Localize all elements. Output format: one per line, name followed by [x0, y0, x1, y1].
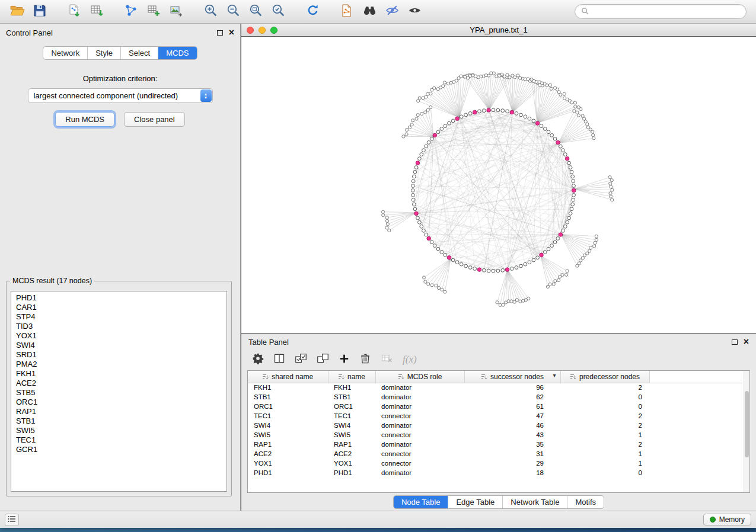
table-row[interactable]: ORC1ORC1dominator610: [248, 402, 742, 411]
result-item[interactable]: GCR1: [11, 445, 227, 454]
delete-column-button[interactable]: [359, 352, 371, 367]
open-folder-icon: [9, 3, 25, 21]
result-item[interactable]: SRD1: [11, 350, 227, 360]
zoom-fit-button[interactable]: [244, 2, 267, 21]
new-table-button[interactable]: [142, 2, 165, 21]
close-panel-button[interactable]: Close panel: [124, 112, 185, 127]
gear-icon: [252, 356, 264, 366]
import-table-disabled-button: [381, 352, 393, 367]
show-panel-list-button[interactable]: [5, 514, 19, 526]
column-menu-icon[interactable]: ▾: [553, 372, 556, 379]
table-row[interactable]: SWI5SWI5connector431: [248, 430, 742, 440]
select-all-icon: [295, 357, 307, 367]
memory-status-icon: [710, 517, 716, 523]
tab-style[interactable]: Style: [87, 47, 120, 59]
zoom-in-button[interactable]: [199, 2, 222, 21]
new-table-icon: [146, 4, 161, 20]
float-panel-icon[interactable]: [217, 30, 223, 36]
tab-mcds[interactable]: MCDS: [158, 47, 196, 59]
table-scrollbar-thumb[interactable]: [745, 391, 749, 457]
import-network-file-icon: [67, 4, 81, 20]
table-panel-title: Table Panel: [248, 338, 289, 347]
window-maximize-button[interactable]: [270, 27, 277, 34]
search-input[interactable]: [592, 8, 740, 16]
binoculars-search-button[interactable]: [358, 2, 381, 21]
control-panel-titlebar: Control Panel ×: [0, 26, 240, 39]
table-header-cell[interactable]: predecessor nodes: [560, 371, 649, 383]
zoom-out-button[interactable]: [222, 2, 244, 21]
tab-network[interactable]: Network: [43, 47, 87, 59]
result-item[interactable]: CAR1: [11, 303, 227, 312]
table-row[interactable]: RAP1RAP1dominator352: [248, 440, 742, 449]
table-row[interactable]: ACE2ACE2connector311: [248, 449, 742, 459]
close-table-panel-icon[interactable]: ×: [744, 337, 749, 347]
share-document-button[interactable]: [336, 2, 358, 21]
add-column-button[interactable]: [339, 353, 350, 367]
result-item[interactable]: TEC1: [11, 435, 227, 445]
result-item[interactable]: ORC1: [11, 398, 227, 407]
optimization-criterion-label: Optimization criterion:: [0, 74, 240, 83]
export-image-button[interactable]: [165, 2, 187, 21]
binoculars-icon: [362, 3, 377, 20]
network-canvas[interactable]: [241, 37, 756, 334]
result-item[interactable]: RAP1: [11, 407, 227, 416]
right-pane: YPA_prune.txt_1 Table Panel ×: [241, 24, 756, 511]
hide-graphics-details-button[interactable]: [381, 2, 403, 21]
table-row[interactable]: TEC1TEC1connector472: [248, 411, 742, 421]
settings-gear-button[interactable]: [252, 352, 264, 367]
table-row[interactable]: YOX1YOX1connector291: [248, 459, 742, 468]
new-network-button[interactable]: [120, 2, 142, 21]
result-item[interactable]: STP4: [11, 312, 227, 322]
save-button[interactable]: [28, 2, 51, 21]
result-item[interactable]: PHD1: [11, 293, 227, 303]
result-item[interactable]: STB1: [11, 416, 227, 426]
window-close-button[interactable]: [247, 27, 254, 34]
show-graphics-details-button[interactable]: [403, 2, 426, 21]
column-layout-button[interactable]: [273, 352, 285, 367]
float-table-panel-icon[interactable]: [732, 339, 738, 345]
table-row[interactable]: PHD1PHD1dominator180: [248, 468, 742, 477]
table-disabled-icon: [381, 357, 393, 367]
memory-button[interactable]: Memory: [703, 514, 751, 525]
import-network-button[interactable]: [63, 2, 85, 21]
share-document-icon: [340, 4, 354, 20]
tab-select[interactable]: Select: [120, 47, 158, 59]
result-item[interactable]: PMA2: [11, 360, 227, 369]
table-header-cell[interactable]: MCDS role: [375, 371, 464, 383]
window-minimize-button[interactable]: [259, 27, 266, 34]
table-header-cell[interactable]: name: [328, 371, 375, 383]
control-panel-tabs: Network Style Select MCDS: [0, 46, 240, 60]
zoom-in-icon: [203, 3, 218, 20]
close-panel-icon[interactable]: ×: [229, 28, 234, 37]
mcds-buttons-row: Run MCDS Close panel: [0, 112, 240, 127]
zoom-out-icon: [226, 3, 241, 20]
table-header-cell[interactable]: shared name: [248, 371, 328, 383]
tab-motifs[interactable]: Motifs: [567, 496, 604, 508]
main-toolbar: [0, 0, 756, 24]
zoom-selected-button[interactable]: [267, 2, 289, 21]
run-mcds-button[interactable]: Run MCDS: [55, 112, 114, 127]
result-item[interactable]: FKH1: [11, 369, 227, 379]
result-item[interactable]: YOX1: [11, 331, 227, 341]
table-scrollbar[interactable]: [744, 371, 749, 492]
tab-node-table[interactable]: Node Table: [394, 496, 448, 508]
tab-network-table[interactable]: Network Table: [502, 496, 567, 508]
table-header-cell[interactable]: successor nodes▾: [464, 371, 560, 383]
criterion-select[interactable]: largest connected component (undirected)…: [28, 88, 213, 103]
result-item[interactable]: TID3: [11, 322, 227, 331]
deselect-all-columns-button[interactable]: [317, 352, 329, 367]
select-all-columns-button[interactable]: [295, 352, 307, 367]
result-item[interactable]: SWI5: [11, 426, 227, 435]
table-row[interactable]: STB1STB1dominator620: [248, 392, 742, 402]
table-row[interactable]: FKH1FKH1dominator962: [248, 383, 742, 392]
table-row[interactable]: SWI4SWI4dominator462: [248, 421, 742, 430]
open-folder-button[interactable]: [6, 2, 28, 21]
control-panel: Control Panel × Network Style Select MCD…: [0, 24, 241, 511]
tab-edge-table[interactable]: Edge Table: [448, 496, 502, 508]
mcds-result-list[interactable]: PHD1CAR1STP4TID3YOX1SWI4SRD1PMA2FKH1ACE2…: [11, 291, 227, 492]
import-table-button[interactable]: [85, 2, 108, 21]
result-item[interactable]: ACE2: [11, 379, 227, 388]
result-item[interactable]: STB5: [11, 388, 227, 398]
refresh-button[interactable]: [301, 2, 324, 21]
result-item[interactable]: SWI4: [11, 341, 227, 350]
